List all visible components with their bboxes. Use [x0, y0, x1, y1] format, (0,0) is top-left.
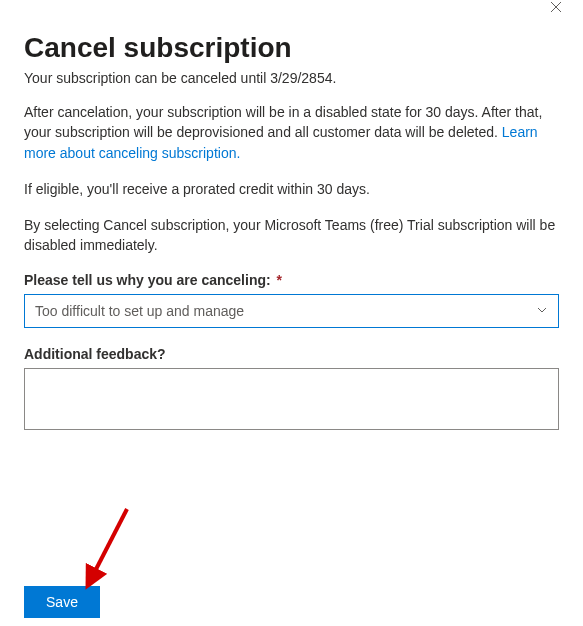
cancel-reason-label-text: Please tell us why you are canceling: — [24, 272, 271, 288]
annotation-arrow — [85, 501, 135, 594]
feedback-textarea[interactable] — [24, 368, 559, 430]
disabled-state-paragraph: After cancelation, your subscription wil… — [24, 102, 559, 163]
chevron-down-icon — [536, 303, 548, 319]
cancel-subscription-panel: Cancel subscription Your subscription ca… — [0, 0, 583, 626]
save-button[interactable]: Save — [24, 586, 100, 618]
disabled-state-text: After cancelation, your subscription wil… — [24, 104, 542, 140]
immediate-disable-paragraph: By selecting Cancel subscription, your M… — [24, 215, 559, 256]
prorated-credit-paragraph: If eligible, you'll receive a prorated c… — [24, 179, 559, 199]
cancel-reason-selected-value: Too difficult to set up and manage — [35, 303, 244, 319]
feedback-field: Additional feedback? — [24, 346, 559, 433]
cancel-reason-label: Please tell us why you are canceling: * — [24, 272, 559, 288]
close-button[interactable] — [544, 0, 568, 20]
cancel-deadline-text: Your subscription can be canceled until … — [24, 70, 559, 86]
svg-line-2 — [91, 509, 127, 579]
feedback-label: Additional feedback? — [24, 346, 559, 362]
close-icon — [550, 1, 562, 16]
required-indicator: * — [277, 272, 282, 288]
page-title: Cancel subscription — [24, 32, 559, 64]
cancel-reason-dropdown[interactable]: Too difficult to set up and manage — [24, 294, 559, 328]
cancel-reason-field: Please tell us why you are canceling: * … — [24, 272, 559, 328]
dialog-footer: Save — [24, 586, 100, 618]
